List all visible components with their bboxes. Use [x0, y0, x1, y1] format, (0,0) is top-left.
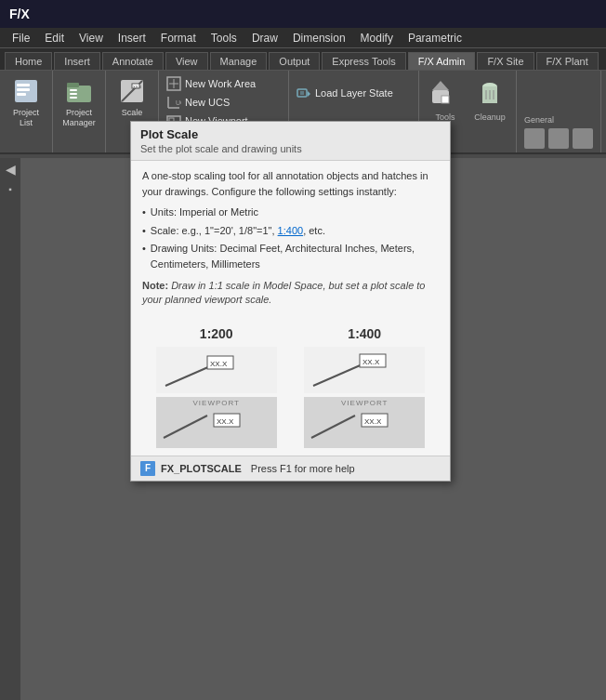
tooltip-footer: F FX_PLOTSCALE Press F1 for more help: [131, 456, 450, 481]
project-list-icon: [11, 76, 41, 106]
scale-icon: XX.X: [117, 76, 147, 106]
new-ucs-label: New UCS: [185, 97, 230, 108]
menu-tools[interactable]: Tools: [204, 30, 244, 46]
tab-view[interactable]: View: [165, 52, 208, 70]
svg-rect-1: [17, 84, 30, 86]
tooltip-bullet-2: • Scale: e.g., 1"=20', 1/8"=1", 1:400, e…: [142, 223, 439, 239]
new-work-area-button[interactable]: New Work Area: [166, 74, 281, 93]
tab-fx-admin[interactable]: F/X Admin: [408, 52, 476, 70]
svg-rect-6: [70, 89, 77, 91]
tooltip-footer-help: Press F1 for more help: [251, 463, 355, 474]
project-manager-label: ProjectManager: [62, 108, 96, 128]
scale-200-label: 1:200: [200, 326, 233, 341]
diagram-200-viewport: VIEWPORT XX.X: [156, 397, 277, 448]
new-work-area-icon: [166, 76, 181, 91]
tools-icon: [428, 77, 462, 111]
svg-text:XX.X: XX.X: [362, 358, 380, 366]
tab-fx-plant[interactable]: F/X Plant: [536, 52, 599, 70]
menu-dimension[interactable]: Dimension: [285, 30, 353, 46]
svg-marker-31: [432, 81, 449, 90]
diagram-200-top: XX.X: [156, 347, 277, 393]
svg-marker-25: [308, 91, 310, 97]
tooltip-popup: Plot Scale Set the plot scale and drawin…: [130, 121, 451, 482]
svg-line-47: [311, 416, 355, 438]
general-label: General: [524, 115, 593, 125]
scale-link[interactable]: 1:400: [278, 225, 304, 236]
tab-manage[interactable]: Manage: [210, 52, 268, 70]
svg-line-41: [164, 416, 207, 438]
general-btn-1[interactable]: [524, 128, 545, 149]
scale-diagram-200: 1:200 XX.X VIEWPORT XX.X: [156, 326, 277, 448]
new-ucs-icon: UCS: [166, 95, 181, 110]
tab-output[interactable]: Output: [269, 52, 320, 70]
svg-line-44: [313, 363, 364, 386]
diagram-400-viewport: VIEWPORT XX.X: [304, 397, 425, 448]
general-btn-2[interactable]: [548, 128, 569, 149]
ribbon-group-project-manager: ProjectManager: [53, 71, 106, 152]
svg-text:XX.X: XX.X: [217, 417, 234, 426]
load-layer-state-button[interactable]: Load Layer State: [296, 84, 411, 102]
panel-btn-2[interactable]: ▪: [8, 184, 12, 194]
svg-rect-7: [70, 93, 77, 95]
project-manager-button[interactable]: ProjectManager: [59, 74, 99, 130]
tooltip-subtitle: Set the plot scale and drawing units: [140, 143, 441, 154]
ribbon-tabs: Home Insert Annotate View Manage Output …: [0, 48, 606, 71]
ribbon-group-project-list: ProjectList: [0, 71, 53, 152]
svg-rect-5: [67, 83, 79, 87]
scale-diagram-400: 1:400 XX.X VIEWPORT XX.X: [304, 326, 425, 448]
menu-parametric[interactable]: Parametric: [401, 30, 469, 46]
svg-text:XX.X: XX.X: [364, 417, 382, 426]
tab-express-tools[interactable]: Express Tools: [322, 52, 405, 70]
new-work-area-label: New Work Area: [185, 78, 256, 89]
tab-fx-site[interactable]: F/X Site: [477, 52, 534, 70]
menu-modify[interactable]: Modify: [353, 30, 401, 46]
tab-annotate[interactable]: Annotate: [102, 52, 164, 70]
menu-format[interactable]: Format: [153, 30, 204, 46]
app-logo: F/X: [9, 7, 30, 21]
menu-bar: File Edit View Insert Format Tools Draw …: [0, 28, 606, 48]
new-ucs-button[interactable]: UCS New UCS: [166, 93, 281, 112]
panel-btn-1[interactable]: ◀: [6, 162, 16, 177]
project-list-label: ProjectList: [13, 108, 39, 128]
tooltip-header: Plot Scale Set the plot scale and drawin…: [131, 122, 450, 161]
cleanup-label: Cleanup: [474, 112, 506, 122]
project-manager-icon: [64, 76, 94, 106]
tab-home[interactable]: Home: [5, 52, 52, 70]
tooltip-footer-icon: F: [140, 461, 155, 476]
svg-text:XX.X: XX.X: [133, 85, 141, 89]
svg-rect-8: [70, 97, 77, 99]
svg-rect-22: [297, 89, 307, 97]
svg-text:XX.X: XX.X: [210, 360, 228, 368]
svg-rect-32: [441, 96, 449, 103]
project-list-button[interactable]: ProjectList: [6, 74, 46, 130]
general-btn-3[interactable]: [573, 128, 593, 149]
cleanup-icon: [473, 77, 507, 111]
svg-rect-2: [17, 88, 30, 91]
tooltip-title: Plot Scale: [140, 127, 441, 141]
tooltip-intro: A one-stop scaling tool for all annotati…: [142, 168, 439, 199]
tooltip-bullet-3: • Drawing Units: Decimal Feet, Architect…: [142, 241, 439, 271]
menu-insert[interactable]: Insert: [111, 30, 153, 46]
load-layer-state-icon: [296, 86, 311, 100]
cleanup-button[interactable]: Cleanup: [468, 74, 512, 149]
load-layer-state-label: Load Layer State: [315, 87, 393, 99]
diagram-400-top: XX.X: [304, 347, 425, 393]
scale-400-label: 1:400: [348, 326, 381, 341]
title-bar: F/X: [0, 0, 606, 28]
tooltip-footer-cmd: FX_PLOTSCALE: [161, 463, 242, 474]
tab-insert[interactable]: Insert: [54, 52, 100, 70]
tooltip-bullet-1: • Units: Imperial or Metric: [142, 205, 439, 220]
menu-edit[interactable]: Edit: [37, 30, 72, 46]
svg-text:UCS: UCS: [176, 99, 181, 106]
svg-rect-3: [17, 93, 26, 96]
scale-button[interactable]: XX.X Scale: [112, 74, 152, 120]
scale-diagrams: 1:200 XX.X VIEWPORT XX.X 1:400: [131, 319, 450, 456]
menu-view[interactable]: View: [72, 30, 111, 46]
menu-file[interactable]: File: [5, 30, 37, 46]
left-panel: ◀ ▪: [0, 158, 20, 700]
tooltip-body: A one-stop scaling tool for all annotati…: [131, 161, 450, 315]
menu-draw[interactable]: Draw: [244, 30, 285, 46]
scale-label: Scale: [122, 108, 143, 118]
tooltip-note: Note: Draw in 1:1 scale in Model Space, …: [142, 279, 439, 308]
